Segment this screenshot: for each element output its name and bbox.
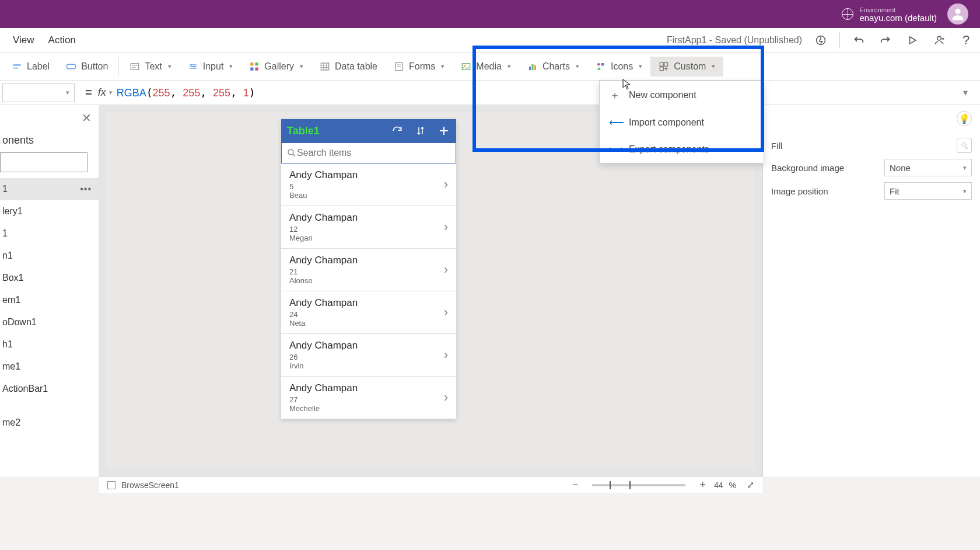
gallery-item[interactable]: Andy Champan5Beau› <box>281 163 456 206</box>
tree-heading: onents <box>0 131 99 150</box>
environment-block[interactable]: Environment enayu.com (default) <box>842 6 937 22</box>
property-dropdown[interactable]: ▾ <box>2 83 75 102</box>
svg-rect-4 <box>13 67 18 68</box>
chevron-down-icon: ▾ <box>508 62 511 70</box>
gallery-sub2: Neta <box>289 319 444 328</box>
tree-item[interactable]: me1 <box>0 356 99 378</box>
more-icon[interactable]: ••• <box>80 184 92 194</box>
gallery-item[interactable]: Andy Champan12Megan› <box>281 206 456 249</box>
top-bar: Environment enayu.com (default) <box>0 0 980 28</box>
zoom-in[interactable]: + <box>697 479 708 491</box>
svg-rect-16 <box>251 67 254 70</box>
tree-item[interactable]: 1••• <box>0 178 99 200</box>
user-avatar[interactable] <box>947 4 968 25</box>
tree-item[interactable]: ActionBar1 <box>0 378 99 400</box>
environment-value: enayu.com (default) <box>859 14 937 22</box>
phone-search[interactable] <box>281 142 456 163</box>
fx-label[interactable]: fx▾ <box>98 86 112 99</box>
tree-item[interactable] <box>0 400 99 412</box>
formula-expand[interactable]: ▾ <box>957 87 974 98</box>
svg-rect-17 <box>256 67 258 70</box>
properties-panel: 💡 Fill Background image None▾ Image posi… <box>762 105 980 476</box>
zoom-out[interactable]: − <box>570 479 581 491</box>
ribbon-custom[interactable]: Custom▾ <box>650 57 723 76</box>
screen-checkbox[interactable] <box>107 481 116 489</box>
redo-icon[interactable] <box>877 32 894 48</box>
health-icon[interactable] <box>813 32 829 48</box>
zoom-slider[interactable] <box>592 484 685 486</box>
gallery-item[interactable]: Andy Champan21Alonso› <box>281 249 456 291</box>
ribbon-icons[interactable]: Icons▾ <box>587 57 650 76</box>
chevron-down-icon: ▾ <box>300 62 303 70</box>
ribbon-charts[interactable]: Charts▾ <box>519 57 587 76</box>
chevron-right-icon: › <box>444 390 448 405</box>
gallery-sub1: 5 <box>289 182 444 191</box>
chevron-down-icon: ▾ <box>168 62 172 70</box>
help-icon[interactable]: ? <box>958 32 974 48</box>
tree-item[interactable]: oDown1 <box>0 311 99 333</box>
equals-sign: = <box>85 86 92 99</box>
ribbon-datatable[interactable]: Data table <box>312 57 386 76</box>
gallery-title: Andy Champan <box>289 340 444 351</box>
gallery-item[interactable]: Andy Champan24Neta› <box>281 291 456 334</box>
gallery-sub1: 21 <box>289 267 444 276</box>
ideas-icon[interactable]: 💡 <box>957 111 972 126</box>
ribbon-text[interactable]: Text▾ <box>121 57 179 76</box>
gallery-icon <box>249 61 260 72</box>
chevron-down-icon: ▾ <box>229 62 233 70</box>
tree-item[interactable]: 1 <box>0 222 99 245</box>
canvas-inner[interactable]: Table1 + Andy Champan5Beau›Andy Champan1… <box>106 112 755 469</box>
menu-view[interactable]: View <box>6 34 41 46</box>
gallery-title: Andy Champan <box>289 382 444 394</box>
ribbon-input[interactable]: Input▾ <box>180 57 242 76</box>
imgpos-dropdown[interactable]: Fit▾ <box>884 182 972 200</box>
tree-item[interactable]: n1 <box>0 245 99 267</box>
input-icon <box>188 61 198 72</box>
gallery-item[interactable]: Andy Champan27Mechelle› <box>281 377 456 419</box>
prop-fill: Fill <box>771 138 972 153</box>
dropdown-import-component[interactable]: ⟵ Import component <box>600 109 764 136</box>
add-icon[interactable]: + <box>438 124 450 137</box>
status-bar: BrowseScreen1 − + 44 % ⤢ <box>99 476 762 493</box>
table-icon <box>320 61 330 72</box>
share-icon[interactable] <box>931 32 947 48</box>
ribbon-button[interactable]: Button <box>58 57 116 76</box>
svg-rect-26 <box>463 63 471 69</box>
tree-item[interactable]: me2 <box>0 412 99 434</box>
formula-bar: ▾ = fx▾ RGBA(255, 255, 255, 1) ▾ <box>0 81 980 105</box>
dropdown-export-components[interactable]: ⟼ Export components <box>600 136 764 163</box>
media-icon <box>461 61 471 72</box>
separator <box>839 32 840 48</box>
ribbon-label[interactable]: Label <box>4 57 58 76</box>
tree-item[interactable]: em1 <box>0 289 99 311</box>
gallery-item[interactable]: Andy Champan26Irvin› <box>281 334 456 377</box>
svg-point-12 <box>190 64 192 65</box>
refresh-icon[interactable] <box>391 124 404 137</box>
gallery-sub2: Mechelle <box>289 404 444 413</box>
gallery-sub2: Alonso <box>289 276 444 285</box>
person-icon <box>950 6 966 22</box>
fill-color[interactable] <box>957 138 972 153</box>
tree-item[interactable]: h1 <box>0 333 99 356</box>
menu-action[interactable]: Action <box>41 34 83 46</box>
bgimage-dropdown[interactable]: None▾ <box>884 159 972 176</box>
chevron-down-icon: ▾ <box>963 187 967 195</box>
formula-input[interactable]: RGBA(255, 255, 255, 1) <box>117 86 256 99</box>
dropdown-new-component[interactable]: ＋ New component <box>600 81 764 109</box>
undo-icon[interactable] <box>850 32 867 48</box>
svg-point-38 <box>288 149 293 155</box>
ribbon-media[interactable]: Media▾ <box>453 57 519 76</box>
gallery-sub1: 26 <box>289 353 444 361</box>
ribbon-gallery[interactable]: Gallery▾ <box>241 57 312 76</box>
close-icon[interactable]: ✕ <box>82 111 92 125</box>
chevron-down-icon: ▾ <box>963 164 967 172</box>
tree-search[interactable] <box>0 152 88 172</box>
tree-item[interactable]: Box1 <box>0 267 99 289</box>
sort-icon[interactable] <box>414 124 427 137</box>
expand-icon[interactable]: ⤢ <box>747 479 754 490</box>
play-icon[interactable] <box>904 32 921 48</box>
ribbon-forms[interactable]: Forms▾ <box>386 57 453 76</box>
svg-point-31 <box>597 63 600 66</box>
tree-item[interactable]: lery1 <box>0 200 99 222</box>
search-input[interactable] <box>297 148 451 158</box>
